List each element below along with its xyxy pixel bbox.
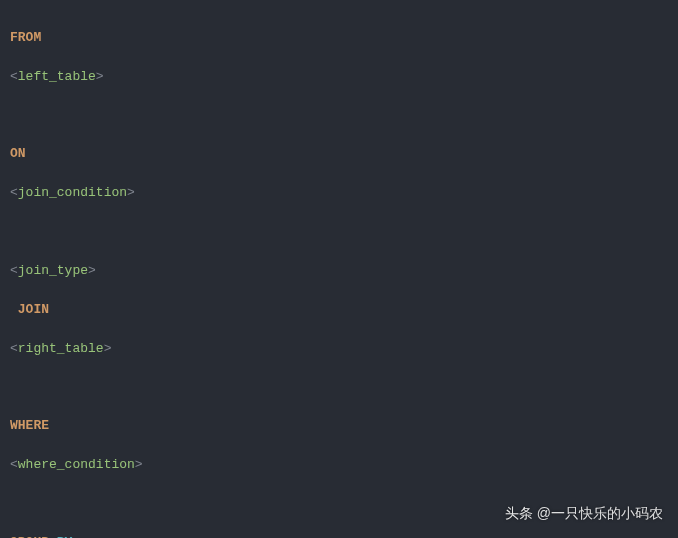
watermark-label: 头条 [505, 503, 533, 524]
angle-bracket: < [10, 457, 18, 472]
placeholder-left-table: left_table [18, 69, 96, 84]
angle-bracket: < [10, 69, 18, 84]
watermark: 头条 @一只快乐的小码农 [505, 503, 663, 524]
code-line: ON [10, 144, 668, 164]
angle-bracket: > [88, 263, 96, 278]
angle-bracket: > [104, 341, 112, 356]
angle-bracket: < [10, 185, 18, 200]
code-line: <join_condition> [10, 183, 668, 203]
placeholder-where-condition: where_condition [18, 457, 135, 472]
angle-bracket: < [10, 263, 18, 278]
code-line: GROUP BY [10, 533, 668, 539]
blank-line [10, 378, 668, 397]
code-line: <right_table> [10, 339, 668, 359]
keyword-by: BY [49, 535, 72, 539]
code-line: WHERE [10, 416, 668, 436]
placeholder-join-condition: join_condition [18, 185, 127, 200]
blank-line [10, 106, 668, 125]
code-line: <join_type> [10, 261, 668, 281]
keyword-on: ON [10, 146, 26, 161]
angle-bracket: < [10, 341, 18, 356]
keyword-group: GROUP [10, 535, 49, 539]
placeholder-join-type: join_type [18, 263, 88, 278]
blank-line [10, 222, 668, 241]
keyword-from: FROM [10, 30, 41, 45]
code-line: <left_table> [10, 67, 668, 87]
watermark-handle: @一只快乐的小码农 [537, 503, 663, 524]
keyword-join: JOIN [10, 302, 49, 317]
angle-bracket: > [135, 457, 143, 472]
placeholder-right-table: right_table [18, 341, 104, 356]
angle-bracket: > [96, 69, 104, 84]
sql-code-block: FROM <left_table> ON <join_condition> <j… [10, 8, 668, 538]
keyword-where: WHERE [10, 418, 49, 433]
angle-bracket: > [127, 185, 135, 200]
code-line: FROM [10, 28, 668, 48]
code-line: <where_condition> [10, 455, 668, 475]
code-line: JOIN [10, 300, 668, 320]
